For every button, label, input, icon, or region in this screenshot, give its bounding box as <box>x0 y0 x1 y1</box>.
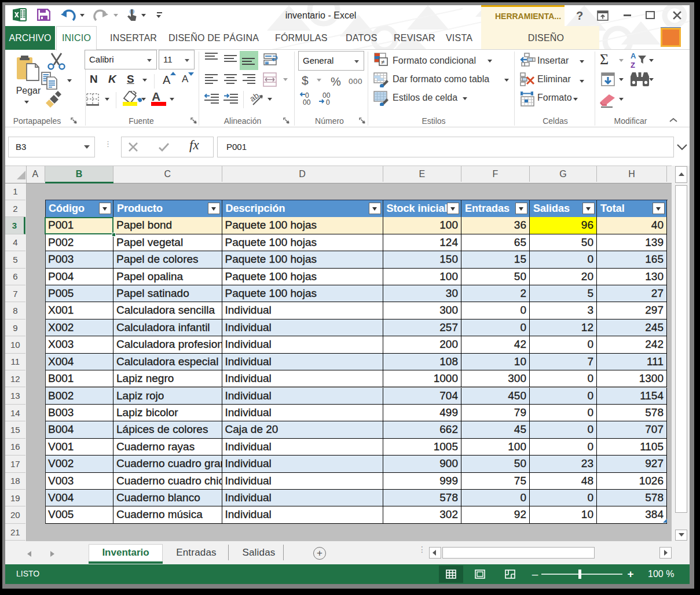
svg-text:0: 0 <box>326 98 330 106</box>
svg-text:≠: ≠ <box>381 58 384 65</box>
svg-text:ab: ab <box>250 91 261 104</box>
svg-text:Z: Z <box>631 61 635 69</box>
svg-text:00: 00 <box>303 98 311 106</box>
svg-text:A: A <box>631 52 636 60</box>
